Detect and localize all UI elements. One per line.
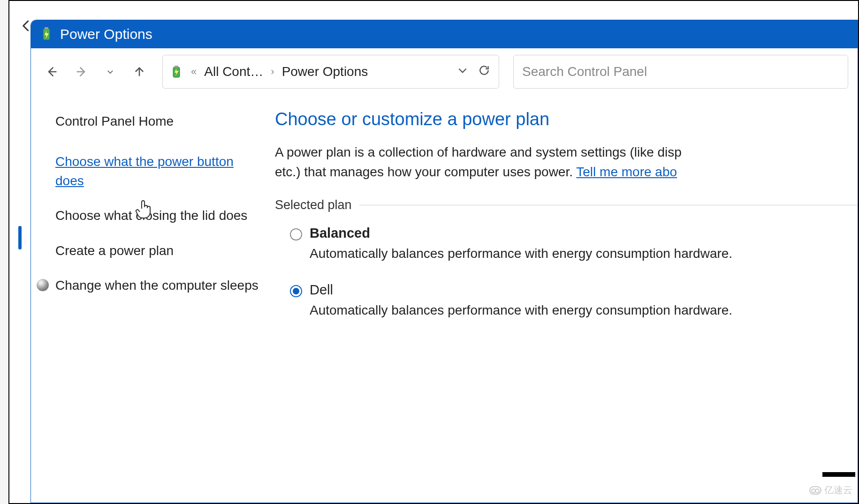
tell-me-more-link[interactable]: Tell me more abo <box>576 165 677 179</box>
search-box[interactable] <box>513 55 848 89</box>
radio-dell[interactable] <box>290 285 302 297</box>
selected-plan-section: Selected plan <box>275 198 858 212</box>
address-history-dropdown[interactable] <box>456 64 469 80</box>
toolbar: « All Cont… › Power Options <box>31 48 858 95</box>
plan-dell: Dell Automatically balances performance … <box>275 282 858 320</box>
page-description: A power plan is a collection of hardware… <box>275 143 858 182</box>
breadcrumb-separator-icon: › <box>269 66 276 78</box>
selected-plan-label: Selected plan <box>275 198 352 212</box>
svg-rect-1 <box>45 27 48 29</box>
breadcrumb-current[interactable]: Power Options <box>282 64 368 79</box>
window-title: Power Options <box>60 26 152 42</box>
address-bar[interactable]: « All Cont… › Power Options <box>162 55 499 89</box>
sleep-icon <box>37 279 49 291</box>
breadcrumb-overflow-icon[interactable]: « <box>189 66 198 78</box>
plan-name-balanced[interactable]: Balanced <box>310 226 858 241</box>
breadcrumb-root[interactable]: All Cont… <box>204 64 263 79</box>
watermark-icon <box>809 486 821 495</box>
refresh-button[interactable] <box>478 64 490 80</box>
watermark-text: 亿速云 <box>824 484 852 496</box>
link-create-power-plan[interactable]: Create a power plan <box>55 241 266 261</box>
plan-name-dell[interactable]: Dell <box>310 282 858 298</box>
link-computer-sleeps[interactable]: Change when the computer sleeps <box>55 276 258 295</box>
plan-balanced: Balanced Automatically balances performa… <box>275 226 858 263</box>
control-panel-home-link[interactable]: Control Panel Home <box>55 114 266 129</box>
up-button[interactable] <box>128 60 151 83</box>
plan-desc-balanced: Automatically balances performance with … <box>310 244 858 263</box>
sidebar: Control Panel Home Choose what the power… <box>31 100 275 503</box>
plan-desc-dell: Automatically balances performance with … <box>310 301 858 320</box>
power-options-icon <box>39 27 53 42</box>
content-body: Control Panel Home Choose what the power… <box>31 95 858 503</box>
forward-button[interactable] <box>69 60 93 83</box>
search-input[interactable] <box>522 64 839 79</box>
side-accent <box>18 226 22 249</box>
radio-balanced[interactable] <box>290 228 302 241</box>
section-divider <box>359 205 858 205</box>
host-back-arrow[interactable] <box>19 15 33 34</box>
main-content: Choose or customize a power plan A power… <box>275 100 858 503</box>
control-panel-window: Power Options <box>30 20 858 503</box>
link-power-button-does[interactable]: Choose what the power button does <box>55 152 266 190</box>
back-button[interactable] <box>40 60 64 83</box>
black-bar <box>822 472 855 477</box>
titlebar: Power Options <box>31 20 858 48</box>
watermark: 亿速云 <box>809 484 852 496</box>
outer-frame: Power Options <box>8 0 859 504</box>
link-closing-lid-does[interactable]: Choose what closing the lid does <box>55 206 266 226</box>
svg-rect-3 <box>175 66 178 68</box>
page-heading: Choose or customize a power plan <box>275 109 858 129</box>
history-dropdown[interactable] <box>99 60 122 83</box>
address-bar-icon <box>169 65 183 79</box>
